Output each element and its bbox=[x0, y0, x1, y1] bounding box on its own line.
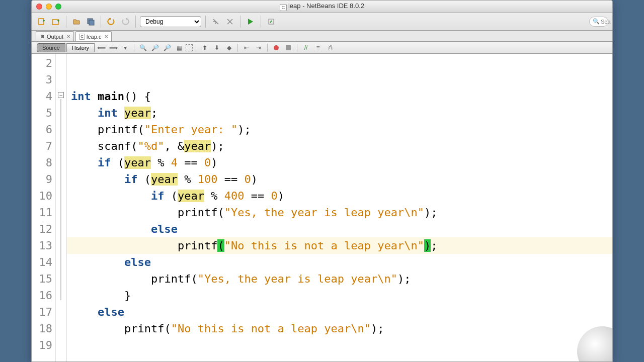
titlebar: Cleap - NetBeans IDE 8.0.2 bbox=[32, 1, 612, 13]
zoom-icon[interactable] bbox=[55, 4, 61, 10]
clean-build-button[interactable] bbox=[224, 16, 236, 28]
uncomment-icon[interactable]: ≡ bbox=[312, 43, 324, 52]
shift-right-icon[interactable]: ⇥ bbox=[253, 43, 264, 52]
tab-leap-c[interactable]: C leap.c ✕ bbox=[75, 31, 112, 41]
c-file-icon: C bbox=[79, 34, 85, 40]
macro-record-icon[interactable] bbox=[271, 43, 282, 52]
nav-fwd-icon[interactable]: ⟹ bbox=[108, 43, 119, 52]
open-button[interactable] bbox=[70, 16, 83, 28]
code-line[interactable]: printf("No this is not a leap year\n"); bbox=[67, 237, 612, 254]
ide-window: Cleap - NetBeans IDE 8.0.2 Debug 🔍 Sea ⊞… bbox=[31, 0, 613, 362]
code-line[interactable]: scanf("%d", &year); bbox=[67, 138, 612, 154]
line-number-gutter: 2345678910111213141516171819 bbox=[32, 54, 56, 361]
code-line[interactable]: else bbox=[67, 304, 612, 320]
tab-output[interactable]: ⊞ Output ✕ bbox=[36, 31, 74, 41]
code-line[interactable]: printf("No this is not a leap year\n"); bbox=[67, 320, 612, 337]
new-project-button[interactable] bbox=[50, 16, 62, 28]
shift-left-icon[interactable]: ⇤ bbox=[241, 43, 252, 52]
code-editor[interactable]: 2345678910111213141516171819 − int main(… bbox=[32, 54, 612, 361]
code-line[interactable]: printf("Yes, the year is leap year\n"); bbox=[67, 270, 612, 287]
editor-tabs: ⊞ Output ✕ C leap.c ✕ bbox=[32, 31, 612, 42]
code-line[interactable]: if (year % 100 == 0) bbox=[67, 171, 612, 188]
debug-button[interactable] bbox=[265, 16, 277, 28]
nav-back-icon[interactable]: ⟸ bbox=[96, 43, 107, 52]
code-line[interactable] bbox=[67, 337, 612, 353]
macro-stop-icon[interactable] bbox=[283, 43, 294, 52]
close-tab-icon[interactable]: ✕ bbox=[104, 34, 108, 39]
code-line[interactable]: int main() { bbox=[67, 88, 612, 105]
code-line[interactable]: else bbox=[67, 254, 612, 270]
code-line[interactable] bbox=[67, 71, 612, 88]
toggle-rect-icon[interactable] bbox=[186, 44, 193, 51]
window-controls bbox=[32, 4, 61, 10]
history-view-button[interactable]: History bbox=[66, 43, 95, 52]
source-view-button[interactable]: Source bbox=[37, 43, 65, 52]
output-icon: ⊞ bbox=[39, 34, 45, 40]
close-icon[interactable] bbox=[36, 4, 42, 10]
svg-rect-0 bbox=[39, 19, 44, 25]
toggle-bookmark-icon[interactable]: ◆ bbox=[223, 43, 234, 52]
fold-column: − bbox=[56, 54, 67, 361]
minimize-icon[interactable] bbox=[46, 4, 52, 10]
search-input[interactable]: 🔍 Sea bbox=[589, 17, 608, 27]
config-dropdown[interactable]: Debug bbox=[140, 16, 201, 27]
close-tab-icon[interactable]: ✕ bbox=[66, 34, 70, 39]
redo-button[interactable] bbox=[119, 16, 131, 28]
tab-label: leap.c bbox=[87, 34, 101, 40]
find-selection-icon[interactable]: 🔍 bbox=[137, 43, 148, 52]
fold-toggle-icon[interactable]: − bbox=[58, 92, 64, 98]
next-bookmark-icon[interactable]: ⬇ bbox=[211, 43, 222, 52]
save-all-button[interactable] bbox=[85, 16, 97, 28]
file-type-icon: C bbox=[280, 4, 287, 11]
code-line[interactable]: else bbox=[67, 221, 612, 237]
code-line[interactable] bbox=[67, 55, 612, 71]
run-button[interactable] bbox=[245, 16, 257, 28]
toggle-highlight-icon[interactable]: ▦ bbox=[174, 43, 185, 52]
comment-icon[interactable]: // bbox=[300, 43, 311, 52]
tab-label: Output bbox=[47, 34, 63, 40]
goto-icon[interactable]: ⎙ bbox=[325, 43, 336, 52]
code-line[interactable]: if (year % 400 == 0) bbox=[67, 188, 612, 204]
undo-button[interactable] bbox=[105, 16, 117, 28]
build-button[interactable] bbox=[210, 16, 222, 28]
window-title: Cleap - NetBeans IDE 8.0.2 bbox=[32, 2, 612, 11]
main-toolbar: Debug 🔍 Sea bbox=[32, 13, 612, 31]
new-file-button[interactable] bbox=[36, 16, 48, 28]
svg-rect-3 bbox=[89, 20, 94, 25]
code-line[interactable]: if (year % 4 == 0) bbox=[67, 154, 612, 171]
find-next-icon[interactable]: 🔎 bbox=[162, 43, 173, 52]
dropdown-icon[interactable]: ▾ bbox=[120, 43, 131, 52]
code-area[interactable]: int main() { int year; printf("Enter yea… bbox=[67, 54, 612, 361]
code-line[interactable]: int year; bbox=[67, 105, 612, 121]
code-line[interactable]: printf("Enter year: "); bbox=[67, 121, 612, 138]
code-line[interactable]: } bbox=[67, 287, 612, 304]
code-line[interactable]: printf("Yes, the year is leap year\n"); bbox=[67, 204, 612, 221]
find-prev-icon[interactable]: 🔎 bbox=[149, 43, 160, 52]
prev-bookmark-icon[interactable]: ⬆ bbox=[199, 43, 210, 52]
editor-toolbar: Source History ⟸ ⟹ ▾ 🔍 🔎 🔎 ▦ ⬆ ⬇ ◆ ⇤ ⇥ /… bbox=[32, 42, 612, 54]
